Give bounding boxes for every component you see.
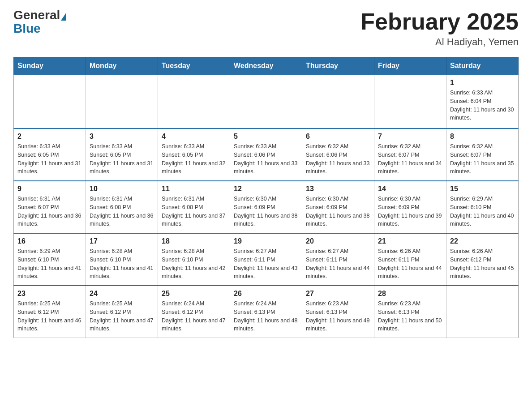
calendar-cell bbox=[158, 75, 230, 128]
day-number: 14 bbox=[378, 185, 442, 193]
day-number: 16 bbox=[17, 237, 82, 245]
day-header-monday: Monday bbox=[86, 57, 158, 75]
day-info: Sunrise: 6:33 AMSunset: 6:04 PMDaylight:… bbox=[450, 89, 515, 122]
day-info: Sunrise: 6:31 AMSunset: 6:08 PMDaylight:… bbox=[90, 195, 154, 228]
week-row-3: 9Sunrise: 6:31 AMSunset: 6:07 PMDaylight… bbox=[14, 181, 519, 233]
day-number: 3 bbox=[90, 133, 154, 141]
calendar-cell bbox=[14, 75, 86, 128]
day-number: 24 bbox=[90, 290, 154, 298]
day-number: 4 bbox=[162, 133, 226, 141]
day-header-thursday: Thursday bbox=[302, 57, 374, 75]
calendar-cell: 2Sunrise: 6:33 AMSunset: 6:05 PMDaylight… bbox=[14, 128, 86, 181]
logo: General Blue bbox=[13, 9, 67, 36]
calendar-cell: 11Sunrise: 6:31 AMSunset: 6:08 PMDayligh… bbox=[158, 181, 230, 233]
calendar-cell: 21Sunrise: 6:26 AMSunset: 6:11 PMDayligh… bbox=[374, 233, 446, 286]
logo-blue-text: Blue bbox=[13, 21, 41, 36]
calendar-cell: 10Sunrise: 6:31 AMSunset: 6:08 PMDayligh… bbox=[86, 181, 158, 233]
calendar-title: February 2025 bbox=[360, 9, 519, 34]
calendar-cell: 1Sunrise: 6:33 AMSunset: 6:04 PMDaylight… bbox=[446, 75, 519, 128]
day-info: Sunrise: 6:33 AMSunset: 6:05 PMDaylight:… bbox=[90, 142, 154, 176]
day-info: Sunrise: 6:27 AMSunset: 6:11 PMDaylight:… bbox=[234, 247, 298, 281]
calendar-cell: 8Sunrise: 6:32 AMSunset: 6:07 PMDaylight… bbox=[446, 128, 519, 181]
calendar-cell: 25Sunrise: 6:24 AMSunset: 6:12 PMDayligh… bbox=[158, 286, 230, 338]
day-number: 5 bbox=[234, 133, 298, 141]
calendar-table: SundayMondayTuesdayWednesdayThursdayFrid… bbox=[13, 57, 519, 338]
calendar-cell bbox=[446, 286, 519, 338]
day-info: Sunrise: 6:33 AMSunset: 6:06 PMDaylight:… bbox=[234, 142, 298, 176]
day-info: Sunrise: 6:25 AMSunset: 6:12 PMDaylight:… bbox=[90, 300, 154, 333]
day-info: Sunrise: 6:30 AMSunset: 6:09 PMDaylight:… bbox=[306, 195, 370, 228]
day-number: 12 bbox=[234, 185, 298, 193]
day-info: Sunrise: 6:32 AMSunset: 6:06 PMDaylight:… bbox=[306, 142, 370, 176]
week-row-5: 23Sunrise: 6:25 AMSunset: 6:12 PMDayligh… bbox=[14, 286, 519, 338]
calendar-cell: 26Sunrise: 6:24 AMSunset: 6:13 PMDayligh… bbox=[230, 286, 302, 338]
calendar-cell: 24Sunrise: 6:25 AMSunset: 6:12 PMDayligh… bbox=[86, 286, 158, 338]
day-info: Sunrise: 6:28 AMSunset: 6:10 PMDaylight:… bbox=[162, 247, 226, 281]
day-number: 27 bbox=[306, 290, 370, 298]
day-number: 10 bbox=[90, 185, 154, 193]
day-number: 20 bbox=[306, 237, 370, 245]
calendar-cell: 18Sunrise: 6:28 AMSunset: 6:10 PMDayligh… bbox=[158, 233, 230, 286]
day-info: Sunrise: 6:24 AMSunset: 6:12 PMDaylight:… bbox=[162, 300, 226, 333]
calendar-cell: 20Sunrise: 6:27 AMSunset: 6:11 PMDayligh… bbox=[302, 233, 374, 286]
calendar-cell: 19Sunrise: 6:27 AMSunset: 6:11 PMDayligh… bbox=[230, 233, 302, 286]
calendar-cell: 16Sunrise: 6:29 AMSunset: 6:10 PMDayligh… bbox=[14, 233, 86, 286]
day-info: Sunrise: 6:32 AMSunset: 6:07 PMDaylight:… bbox=[450, 142, 515, 176]
calendar-cell: 9Sunrise: 6:31 AMSunset: 6:07 PMDaylight… bbox=[14, 181, 86, 233]
day-info: Sunrise: 6:33 AMSunset: 6:05 PMDaylight:… bbox=[162, 142, 226, 176]
day-number: 17 bbox=[90, 237, 154, 245]
day-number: 19 bbox=[234, 237, 298, 245]
day-number: 1 bbox=[450, 79, 515, 87]
day-info: Sunrise: 6:26 AMSunset: 6:12 PMDaylight:… bbox=[450, 247, 515, 281]
page-header: General Blue February 2025 Al Hadiyah, Y… bbox=[13, 9, 519, 48]
day-info: Sunrise: 6:29 AMSunset: 6:10 PMDaylight:… bbox=[17, 247, 82, 281]
calendar-cell: 7Sunrise: 6:32 AMSunset: 6:07 PMDaylight… bbox=[374, 128, 446, 181]
week-row-2: 2Sunrise: 6:33 AMSunset: 6:05 PMDaylight… bbox=[14, 128, 519, 181]
day-number: 23 bbox=[17, 290, 82, 298]
calendar-cell: 6Sunrise: 6:32 AMSunset: 6:06 PMDaylight… bbox=[302, 128, 374, 181]
day-info: Sunrise: 6:23 AMSunset: 6:13 PMDaylight:… bbox=[306, 300, 370, 333]
day-info: Sunrise: 6:26 AMSunset: 6:11 PMDaylight:… bbox=[378, 247, 442, 281]
day-info: Sunrise: 6:30 AMSunset: 6:09 PMDaylight:… bbox=[234, 195, 298, 228]
day-number: 25 bbox=[162, 290, 226, 298]
calendar-cell: 22Sunrise: 6:26 AMSunset: 6:12 PMDayligh… bbox=[446, 233, 519, 286]
week-row-4: 16Sunrise: 6:29 AMSunset: 6:10 PMDayligh… bbox=[14, 233, 519, 286]
day-info: Sunrise: 6:31 AMSunset: 6:08 PMDaylight:… bbox=[162, 195, 226, 228]
calendar-cell: 3Sunrise: 6:33 AMSunset: 6:05 PMDaylight… bbox=[86, 128, 158, 181]
day-header-saturday: Saturday bbox=[446, 57, 519, 75]
day-number: 9 bbox=[17, 185, 82, 193]
calendar-cell: 27Sunrise: 6:23 AMSunset: 6:13 PMDayligh… bbox=[302, 286, 374, 338]
day-header-tuesday: Tuesday bbox=[158, 57, 230, 75]
calendar-cell: 14Sunrise: 6:30 AMSunset: 6:09 PMDayligh… bbox=[374, 181, 446, 233]
calendar-cell bbox=[86, 75, 158, 128]
day-header-sunday: Sunday bbox=[14, 57, 86, 75]
day-info: Sunrise: 6:29 AMSunset: 6:10 PMDaylight:… bbox=[450, 195, 515, 228]
calendar-subtitle: Al Hadiyah, Yemen bbox=[360, 36, 519, 48]
day-info: Sunrise: 6:23 AMSunset: 6:13 PMDaylight:… bbox=[378, 300, 442, 333]
day-header-row: SundayMondayTuesdayWednesdayThursdayFrid… bbox=[14, 57, 519, 75]
calendar-cell: 17Sunrise: 6:28 AMSunset: 6:10 PMDayligh… bbox=[86, 233, 158, 286]
day-number: 11 bbox=[162, 185, 226, 193]
day-number: 8 bbox=[450, 133, 515, 141]
day-info: Sunrise: 6:28 AMSunset: 6:10 PMDaylight:… bbox=[90, 247, 154, 281]
day-info: Sunrise: 6:33 AMSunset: 6:05 PMDaylight:… bbox=[17, 142, 82, 176]
day-info: Sunrise: 6:27 AMSunset: 6:11 PMDaylight:… bbox=[306, 247, 370, 281]
day-number: 13 bbox=[306, 185, 370, 193]
logo-general-text: General bbox=[13, 9, 60, 21]
day-info: Sunrise: 6:25 AMSunset: 6:12 PMDaylight:… bbox=[17, 300, 82, 333]
day-number: 15 bbox=[450, 185, 515, 193]
day-header-friday: Friday bbox=[374, 57, 446, 75]
day-header-wednesday: Wednesday bbox=[230, 57, 302, 75]
logo-triangle-icon bbox=[61, 13, 66, 21]
day-number: 21 bbox=[378, 237, 442, 245]
day-number: 28 bbox=[378, 290, 442, 298]
day-number: 26 bbox=[234, 290, 298, 298]
calendar-cell bbox=[230, 75, 302, 128]
calendar-cell: 13Sunrise: 6:30 AMSunset: 6:09 PMDayligh… bbox=[302, 181, 374, 233]
day-number: 7 bbox=[378, 133, 442, 141]
calendar-cell: 23Sunrise: 6:25 AMSunset: 6:12 PMDayligh… bbox=[14, 286, 86, 338]
day-info: Sunrise: 6:30 AMSunset: 6:09 PMDaylight:… bbox=[378, 195, 442, 228]
calendar-cell: 28Sunrise: 6:23 AMSunset: 6:13 PMDayligh… bbox=[374, 286, 446, 338]
calendar-cell bbox=[302, 75, 374, 128]
day-number: 2 bbox=[17, 133, 82, 141]
